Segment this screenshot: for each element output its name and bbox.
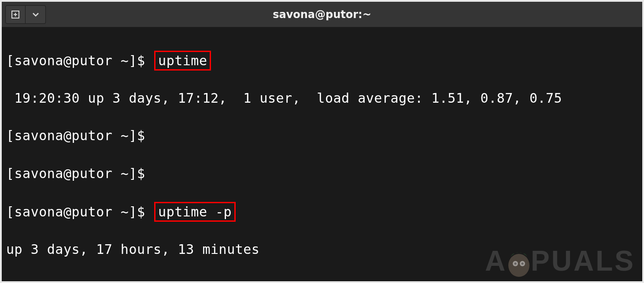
terminal-line: up 3 days, 17 hours, 13 minutes <box>6 240 638 259</box>
terminal-line: [savona@putor ~]$ uptime <box>6 51 638 71</box>
terminal-line: [savona@putor ~]$ <box>6 164 638 183</box>
toolbar-button-group <box>5 5 46 24</box>
terminal-line: [savona@putor ~]$ uptime -p <box>6 202 638 222</box>
terminal-line: [savona@putor ~]$ <box>6 127 638 145</box>
tab-dropdown-button[interactable] <box>26 5 46 24</box>
window-title: savona@putor:~ <box>273 8 371 21</box>
new-tab-button[interactable] <box>5 5 26 24</box>
chevron-down-icon <box>32 11 39 18</box>
shell-prompt: [savona@putor ~]$ <box>6 166 153 181</box>
new-tab-icon <box>11 10 20 19</box>
highlighted-command: uptime <box>154 51 211 71</box>
window-titlebar: savona@putor:~ <box>2 2 642 27</box>
terminal-output[interactable]: [savona@putor ~]$ uptime 19:20:30 up 3 d… <box>2 27 642 283</box>
highlighted-command: uptime -p <box>154 202 236 222</box>
terminal-line: [savona@putor ~]$ <box>6 278 638 283</box>
terminal-line: 19:20:30 up 3 days, 17:12, 1 user, load … <box>6 89 638 108</box>
shell-prompt: [savona@putor ~]$ <box>6 53 153 68</box>
shell-prompt: [savona@putor ~]$ <box>6 128 153 143</box>
shell-prompt: [savona@putor ~]$ <box>6 279 153 283</box>
shell-prompt: [savona@putor ~]$ <box>6 204 153 220</box>
